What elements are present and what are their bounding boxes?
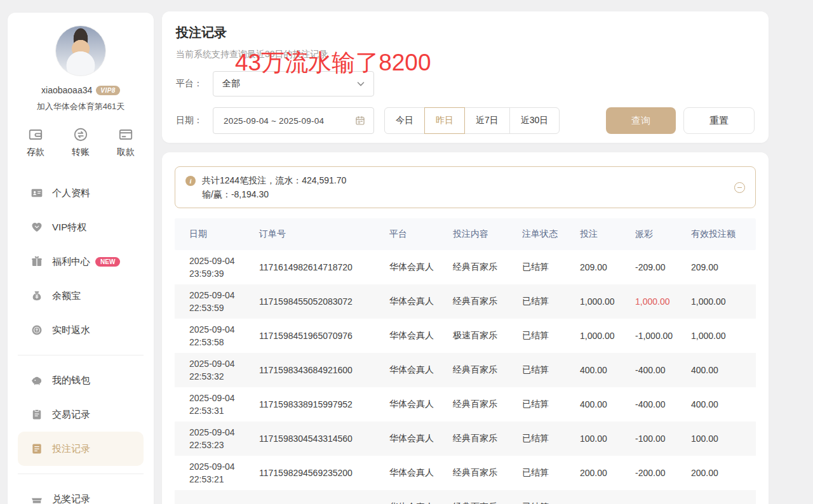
sidebar-item-label: 交易记录 bbox=[52, 409, 90, 421]
cell-payout: -200.00 bbox=[635, 468, 691, 478]
quick-action-label: 取款 bbox=[117, 147, 135, 158]
cell-order: 1171598338915997952 bbox=[259, 399, 389, 409]
date-range-input[interactable]: 2025-09-04 ~ 2025-09-04 bbox=[213, 107, 374, 134]
cell-order: 1171598304543314560 bbox=[259, 434, 389, 444]
column-header: 订单号 bbox=[259, 229, 389, 240]
sidebar-item-label: 福利中心 bbox=[52, 256, 90, 268]
sidebar-item-label: 个人资料 bbox=[52, 187, 90, 199]
avatar[interactable] bbox=[55, 25, 106, 76]
column-header: 派彩 bbox=[635, 229, 691, 240]
quick-date-yesterday[interactable]: 昨日 bbox=[424, 107, 465, 134]
sidebar-item-label: 我的钱包 bbox=[52, 375, 90, 387]
money-bag-icon bbox=[30, 289, 43, 302]
sidebar-item-bet-records[interactable]: 投注记录 bbox=[18, 432, 144, 466]
cell-valid: 1,000.00 bbox=[691, 296, 756, 307]
table-row: 2025-09-0422:53:311171598338915997952华体会… bbox=[175, 387, 756, 421]
cell-bet: 400.00 bbox=[580, 399, 635, 409]
quick-action-transfer[interactable]: 转账 bbox=[72, 126, 90, 158]
filter-actions: 查询 重置 bbox=[606, 107, 755, 134]
cell-valid: 1,000.00 bbox=[691, 331, 756, 341]
cell-payout: -100.00 bbox=[635, 434, 691, 444]
vip-badge: VIP8 bbox=[96, 86, 120, 95]
cell-order: 1171598451965070976 bbox=[259, 331, 389, 341]
cell-platform: 华体会真人 bbox=[389, 433, 453, 444]
cell-platform: 华体会真人 bbox=[389, 330, 453, 342]
summary-line1: 共计1244笔投注，流水：424,591.70 bbox=[202, 173, 346, 187]
collapse-icon[interactable] bbox=[734, 182, 745, 193]
cell-bet: 209.00 bbox=[580, 262, 635, 272]
quick-date-last7[interactable]: 近7日 bbox=[464, 107, 510, 134]
sidebar-item-yuebao[interactable]: 余额宝 bbox=[18, 279, 144, 313]
table-row: 2025-09-0422:53:591171598455052083072华体会… bbox=[175, 284, 756, 319]
quick-action-label: 转账 bbox=[72, 147, 90, 158]
quick-action-withdraw[interactable]: 取款 bbox=[117, 126, 135, 158]
cell-status: 已结算 bbox=[522, 433, 580, 444]
cell-payout: -400.00 bbox=[635, 365, 691, 375]
reset-button[interactable]: 重置 bbox=[683, 107, 755, 134]
quick-action-label: 存款 bbox=[27, 147, 44, 158]
cell-status: 已结算 bbox=[522, 399, 580, 410]
cell-order: 1171598343684921600 bbox=[259, 365, 389, 375]
card-icon bbox=[118, 126, 134, 143]
new-badge: NEW bbox=[95, 257, 120, 267]
sidebar-item-label: VIP特权 bbox=[52, 222, 86, 234]
prize-record-icon bbox=[30, 493, 43, 504]
page-title: 投注记录 bbox=[176, 24, 755, 41]
sidebar-item-label: 余额宝 bbox=[52, 290, 81, 302]
cell-valid: 400.00 bbox=[691, 365, 756, 375]
sidebar-item-transactions[interactable]: 交易记录 bbox=[18, 397, 144, 432]
summary-text: 共计1244笔投注，流水：424,591.70 输/赢：-8,194.30 bbox=[202, 173, 346, 201]
sidebar-nav: 个人资料VIP特权福利中心NEW余额宝实时返水我的钱包交易记录投注记录兑奖记录 bbox=[8, 176, 154, 504]
sidebar-item-rebate[interactable]: 实时返水 bbox=[18, 313, 144, 347]
piggy-bank-icon bbox=[30, 374, 43, 387]
sidebar: xiaobaoaa34 VIP8 加入华体会体育第461天 存款转账取款 个人资… bbox=[8, 13, 154, 504]
cell-valid: 400.00 bbox=[691, 399, 756, 409]
calendar-icon bbox=[354, 115, 366, 126]
sidebar-item-welfare[interactable]: 福利中心NEW bbox=[18, 244, 144, 279]
cell-bet: 100.00 bbox=[580, 434, 635, 444]
cell-content: 经典百家乐 bbox=[453, 364, 522, 376]
table-row: 2025-09-0422:53:231171598304543314560华体会… bbox=[175, 421, 756, 456]
sidebar-divider bbox=[18, 355, 144, 355]
summary-bar: i 共计1244笔投注，流水：424,591.70 输/赢：-8,194.30 bbox=[175, 166, 756, 208]
quick-date-group: 今日昨日近7日近30日 bbox=[384, 107, 560, 134]
cell-order: 1171614982614718720 bbox=[259, 262, 389, 272]
sidebar-divider bbox=[18, 474, 144, 474]
cell-platform: 华体会真人 bbox=[389, 467, 453, 479]
cell-content: 经典百家乐 bbox=[453, 501, 522, 504]
sidebar-item-wallet[interactable]: 我的钱包 bbox=[18, 363, 144, 397]
cell-content: 经典百家乐 bbox=[453, 467, 522, 479]
cell-platform: 华体会真人 bbox=[389, 501, 453, 504]
sidebar-item-label: 实时返水 bbox=[52, 324, 90, 336]
rebate-icon bbox=[30, 324, 43, 336]
cell-platform: 华体会真人 bbox=[389, 262, 453, 273]
table-panel: i 共计1244笔投注，流水：424,591.70 输/赢：-8,194.30 … bbox=[162, 152, 769, 504]
chevron-down-icon bbox=[356, 79, 366, 89]
query-button[interactable]: 查询 bbox=[606, 107, 676, 134]
sidebar-item-profile[interactable]: 个人资料 bbox=[18, 176, 144, 210]
sidebar-item-vip[interactable]: VIP特权 bbox=[18, 210, 144, 244]
platform-select[interactable]: 全部 bbox=[213, 71, 374, 96]
date-label: 日期： bbox=[176, 115, 213, 126]
sidebar-item-prize-records[interactable]: 兑奖记录 bbox=[18, 482, 144, 504]
platform-label: 平台： bbox=[176, 78, 213, 90]
quick-date-last30[interactable]: 近30日 bbox=[509, 107, 560, 134]
bet-record-icon bbox=[30, 442, 43, 455]
platform-row: 平台： 全部 bbox=[176, 71, 755, 96]
cell-status: 已结算 bbox=[522, 467, 580, 479]
cell-platform: 华体会真人 bbox=[389, 296, 453, 307]
quick-action-deposit[interactable]: 存款 bbox=[27, 126, 44, 158]
platform-selected-value: 全部 bbox=[222, 78, 356, 90]
cell-status: 已结算 bbox=[522, 296, 580, 307]
cell-status: 已结算 bbox=[522, 330, 580, 342]
sidebar-item-label: 投注记录 bbox=[52, 443, 90, 455]
cell-content: 经典百家乐 bbox=[453, 433, 522, 444]
cell-payout: -1,000.00 bbox=[635, 331, 691, 341]
vip-heart-icon bbox=[30, 221, 43, 234]
username: xiaobaoaa34 bbox=[41, 85, 92, 95]
table-header-row: 日期订单号平台投注内容注单状态投注派彩有效投注额 bbox=[175, 218, 756, 250]
info-icon: i bbox=[185, 176, 196, 186]
cell-date: 2025-09-0423:59:39 bbox=[189, 255, 259, 280]
quick-date-today[interactable]: 今日 bbox=[384, 107, 425, 134]
cell-valid: 209.00 bbox=[691, 262, 756, 272]
